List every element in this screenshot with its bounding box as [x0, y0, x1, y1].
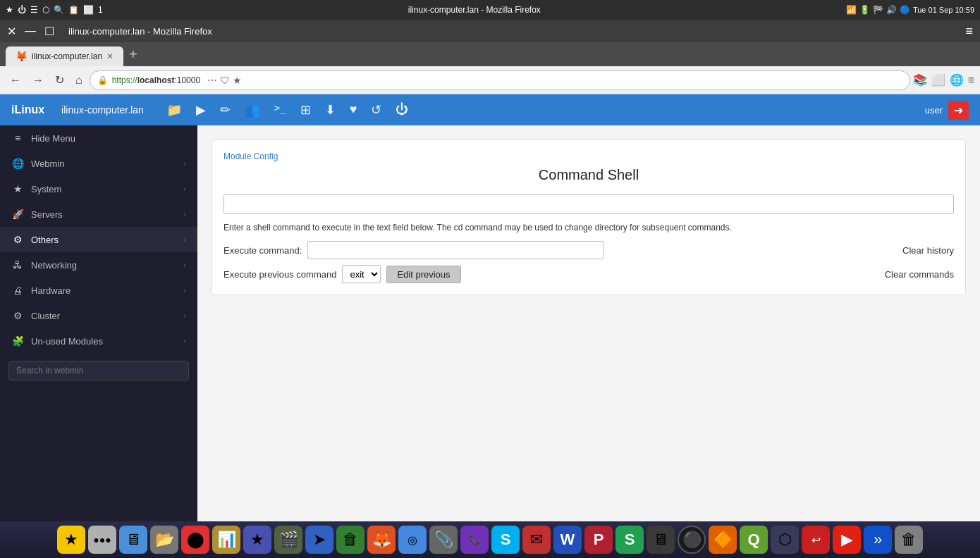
taskbar-firefox-icon[interactable]: 🦊	[367, 526, 396, 554]
logout-btn[interactable]: ➜	[948, 101, 969, 120]
taskbar-wps-icon[interactable]: P	[584, 526, 613, 554]
taskbar-send-icon[interactable]: ➤	[305, 526, 333, 554]
command-input[interactable]	[223, 194, 954, 214]
sidebar-item-hide-menu[interactable]: ≡ Hide Menu	[0, 125, 197, 151]
app-logo: iLinux	[11, 104, 44, 116]
sidebar-item-hardware[interactable]: 🖨 Hardware ›	[0, 278, 197, 303]
nav-power-icon[interactable]: ⏻	[396, 102, 408, 118]
taskbar-star-icon[interactable]: ★	[57, 526, 85, 554]
back-btn[interactable]: ←	[6, 71, 25, 89]
taskbar-finder-icon[interactable]: 🖥	[119, 526, 147, 554]
module-config-link[interactable]: Module Config	[223, 151, 954, 161]
browser-minimize-btn[interactable]: —	[25, 25, 36, 37]
lock-icon: 🔒	[97, 75, 108, 85]
servers-chevron-icon: ›	[183, 210, 186, 218]
edit-previous-btn[interactable]: Edit previous	[386, 266, 460, 283]
hardware-icon: 🖨	[11, 285, 24, 296]
nav-right-icons: 📚 ⬜ 🌐 ≡	[913, 73, 974, 87]
nav-files-icon[interactable]: 📁	[166, 102, 182, 118]
taskbar-anydesk-icon[interactable]: ▶	[833, 526, 861, 554]
os-number: 1	[98, 5, 103, 15]
browser-maximize-btn[interactable]: ☐	[44, 25, 54, 38]
command-shell-panel: Module Config Command Shell Enter a shel…	[212, 140, 966, 295]
sidebar-item-servers[interactable]: 🚀 Servers ›	[0, 202, 197, 227]
execute-command-input[interactable]	[307, 241, 604, 259]
nav-refresh-icon[interactable]: ↺	[371, 102, 381, 118]
taskbar-chart-icon[interactable]: 📊	[212, 526, 240, 554]
networking-chevron-icon: ›	[183, 261, 186, 269]
os-bt-icon: 🔵	[900, 5, 910, 15]
webmin-icon: 🌐	[11, 158, 24, 169]
sidebar-search-input[interactable]	[8, 361, 189, 380]
new-tab-btn[interactable]: +	[123, 46, 143, 63]
clear-commands-link[interactable]: Clear commands	[885, 269, 954, 280]
browser-menu-icon[interactable]: ≡	[965, 24, 973, 39]
taskbar-mail-icon[interactable]: ✉	[522, 526, 551, 554]
nav-download-icon[interactable]: ⬇	[325, 102, 336, 118]
taskbar-screen-icon[interactable]: 🖥	[647, 526, 675, 554]
taskbar-td-icon[interactable]: »	[864, 526, 892, 554]
app-username: user	[925, 105, 943, 116]
taskbar-skype-icon[interactable]: S	[491, 526, 520, 554]
taskbar-vlc-icon[interactable]: 🔶	[709, 526, 737, 554]
taskbar-steam-icon[interactable]: ⬡	[771, 526, 799, 554]
sidebar-toggle-icon[interactable]: ⬜	[931, 73, 945, 87]
browser-title: ilinux-computer.lan - Mozilla Firefox	[68, 26, 212, 37]
execute-previous-row: Execute previous command exit Edit previ…	[223, 265, 954, 283]
https-part: https://	[112, 75, 137, 85]
os-search-icon: 🔍	[54, 5, 64, 15]
home-btn[interactable]: ⌂	[71, 71, 87, 89]
taskbar-trash-icon[interactable]: 🗑	[895, 526, 923, 554]
hardware-label: Hardware	[31, 285, 71, 296]
nav-grid-icon[interactable]: ⊞	[300, 102, 311, 118]
browser-tab-active[interactable]: 🦊 ilinux-computer.lan ✕	[6, 46, 123, 66]
nav-edit-icon[interactable]: ✏	[220, 102, 231, 118]
browser-close-btn[interactable]: ✕	[7, 25, 16, 38]
address-bar[interactable]: 🔒 https://localhost:10000 ⋯ 🛡 ★	[90, 70, 910, 90]
more-options-icon[interactable]: ⋯	[207, 75, 217, 86]
taskbar-switch-icon[interactable]: ↩	[802, 526, 830, 554]
host-part: localhost	[137, 75, 175, 85]
webmin-label: Webmin	[31, 159, 64, 169]
os-volume-icon: 🔊	[886, 5, 897, 15]
sidebar-item-cluster[interactable]: ⚙ Cluster ›	[0, 303, 197, 328]
reload-btn[interactable]: ↻	[51, 70, 68, 89]
sidebar-item-system[interactable]: ★ System ›	[0, 176, 197, 202]
taskbar-toggle-icon[interactable]: ⬤	[181, 526, 209, 554]
sidebar-item-networking[interactable]: 🖧 Networking ›	[0, 252, 197, 278]
sidebar-item-unused-modules[interactable]: 🧩 Un-used Modules ›	[0, 328, 197, 354]
previous-command-select[interactable]: exit	[342, 265, 381, 283]
taskbar-black-icon[interactable]: ⚫	[678, 526, 706, 554]
bookmark-icon[interactable]: ★	[233, 75, 242, 86]
taskbar-files-icon[interactable]: 📂	[150, 526, 178, 554]
forward-btn[interactable]: →	[28, 71, 48, 89]
taskbar-clip-icon[interactable]: 📎	[429, 526, 458, 554]
app-header: iLinux ilinux-computer.lan 📁 ▶ ✏ 👥 >_ ⊞ …	[0, 94, 980, 125]
taskbar-viber-icon[interactable]: 📞	[460, 526, 489, 554]
taskbar-wps2-icon[interactable]: S	[615, 526, 644, 554]
taskbar-trashcan-icon[interactable]: 🗑	[336, 526, 365, 554]
nav-users-icon[interactable]: 👥	[245, 102, 260, 118]
tab-close-btn[interactable]: ✕	[106, 51, 114, 61]
nav-health-icon[interactable]: ♥	[350, 102, 357, 118]
browser-navbar: ← → ↻ ⌂ 🔒 https://localhost:10000 ⋯ 🛡 ★ …	[0, 66, 980, 94]
taskbar-star2-icon[interactable]: ★	[243, 526, 271, 554]
library-icon[interactable]: 📚	[913, 73, 927, 87]
account-icon[interactable]: 🌐	[950, 73, 964, 87]
taskbar-clapboard-icon[interactable]: 🎬	[274, 526, 302, 554]
sidebar-item-webmin[interactable]: 🌐 Webmin ›	[0, 151, 197, 176]
nav-play-icon[interactable]: ▶	[196, 102, 206, 118]
hide-menu-label: Hide Menu	[31, 133, 75, 144]
taskbar-word-icon[interactable]: W	[553, 526, 582, 554]
taskbar-chrome-icon[interactable]: ◎	[398, 526, 427, 554]
sidebar-item-others[interactable]: ⚙ Others ›	[0, 227, 197, 252]
browser-menu-btn[interactable]: ≡	[968, 74, 974, 87]
hide-menu-icon: ≡	[11, 132, 24, 144]
nav-terminal-icon[interactable]: >_	[274, 102, 286, 118]
os-bar-right: 📶 🔋 🏁 🔊 🔵 Tue 01 Sep 10:59	[846, 5, 974, 15]
taskbar-qb-icon[interactable]: Q	[740, 526, 768, 554]
tab-label: ilinux-computer.lan	[32, 51, 102, 61]
clear-history-link[interactable]: Clear history	[902, 245, 954, 256]
taskbar-dots-icon[interactable]: ●●●	[88, 526, 116, 554]
unused-modules-chevron-icon: ›	[183, 337, 186, 345]
